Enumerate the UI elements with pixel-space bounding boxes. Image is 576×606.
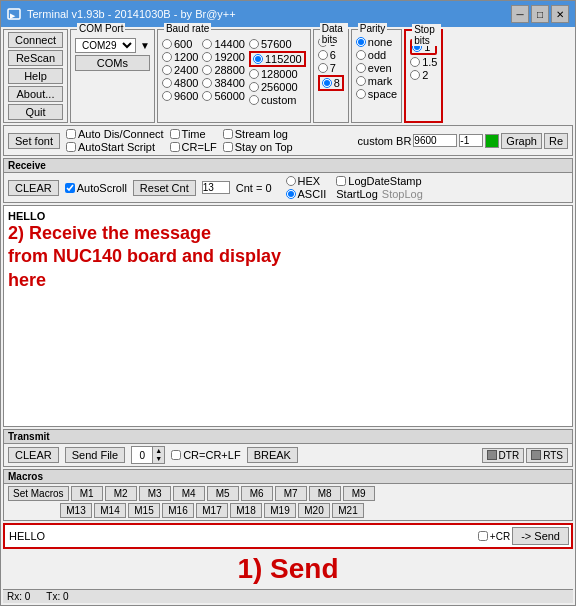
send-button[interactable]: -> Send	[512, 527, 569, 545]
spin-down-button[interactable]: ▼	[152, 455, 164, 463]
macro-m21-button[interactable]: M21	[332, 503, 364, 518]
baud-1200-radio[interactable]	[162, 52, 172, 62]
macro-m3-button[interactable]: M3	[139, 486, 171, 501]
plus-cr-area: +CR	[478, 531, 510, 542]
set-font-button[interactable]: Set font	[8, 133, 60, 149]
baud-56000-radio[interactable]	[202, 91, 212, 101]
send-file-button[interactable]: Send File	[65, 447, 125, 463]
break-button[interactable]: BREAK	[247, 447, 298, 463]
macro-m5-button[interactable]: M5	[207, 486, 239, 501]
baud-256000-radio[interactable]	[249, 82, 259, 92]
macro-m8-button[interactable]: M8	[309, 486, 341, 501]
macro-m2-button[interactable]: M2	[105, 486, 137, 501]
auto-dis-connect-check[interactable]	[66, 129, 76, 139]
cr-lf-check[interactable]	[170, 142, 180, 152]
baud-115200-radio[interactable]	[253, 54, 263, 64]
databits-6-radio[interactable]	[318, 50, 328, 60]
baud-57600-radio[interactable]	[249, 39, 259, 49]
hex-label: HEX	[298, 175, 321, 187]
start-log-label: StartLog	[336, 188, 378, 200]
close-button[interactable]: ✕	[551, 5, 569, 23]
about-button[interactable]: About...	[8, 86, 63, 102]
autostart-script-check[interactable]	[66, 142, 76, 152]
macro-m15-button[interactable]: M15	[128, 503, 160, 518]
re-button[interactable]: Re	[544, 133, 568, 149]
spin-up-button[interactable]: ▲	[152, 447, 164, 455]
macro-m9-button[interactable]: M9	[343, 486, 375, 501]
parity-odd-radio[interactable]	[356, 50, 366, 60]
send-text-input[interactable]	[7, 529, 476, 543]
macro-m18-button[interactable]: M18	[230, 503, 262, 518]
baud-col-2: 14400 19200 28800 38400 56000	[202, 38, 245, 106]
baud-4800-radio[interactable]	[162, 78, 172, 88]
maximize-button[interactable]: □	[531, 5, 549, 23]
custombr-input[interactable]	[413, 134, 457, 147]
parity-space-radio[interactable]	[356, 89, 366, 99]
autostart-script-label: AutoStart Script	[78, 141, 155, 153]
databits-7-radio[interactable]	[318, 63, 328, 73]
stay-on-top-check[interactable]	[223, 142, 233, 152]
macro-m16-button[interactable]: M16	[162, 503, 194, 518]
window-title: Terminal v1.93b - 20141030B - by Br@y++	[27, 8, 236, 20]
macros-row-1: Set Macros M1 M2 M3 M4 M5 M6 M7 M8 M9	[8, 486, 568, 501]
baud-128000-radio[interactable]	[249, 69, 259, 79]
com-port-select[interactable]: COM29	[75, 38, 136, 53]
time-check[interactable]	[170, 129, 180, 139]
graph-button[interactable]: Graph	[501, 133, 542, 149]
parity-even-radio[interactable]	[356, 63, 366, 73]
databits-8-radio[interactable]	[322, 78, 332, 88]
custombr-area: custom BR Graph Re	[358, 133, 568, 149]
minimize-button[interactable]: ─	[511, 5, 529, 23]
receive-clear-button[interactable]: CLEAR	[8, 180, 59, 196]
quit-button[interactable]: Quit	[8, 104, 63, 120]
macro-m20-button[interactable]: M20	[298, 503, 330, 518]
rts-label: RTS	[543, 450, 563, 461]
stopbits-15-radio[interactable]	[410, 57, 420, 67]
rxclear-input[interactable]	[459, 134, 483, 147]
cnt-input[interactable]	[202, 181, 230, 194]
tx-status: Tx: 0	[46, 591, 68, 602]
dtr-button[interactable]: DTR	[482, 448, 525, 463]
stopbits-2-radio[interactable]	[410, 70, 420, 80]
ascii-radio[interactable]	[286, 189, 296, 199]
plus-cr-check[interactable]	[478, 531, 488, 541]
macro-m19-button[interactable]: M19	[264, 503, 296, 518]
baud-600-label: 600	[174, 38, 192, 50]
transmit-clear-button[interactable]: CLEAR	[8, 447, 59, 463]
baud-2400-radio[interactable]	[162, 65, 172, 75]
baud-600-radio[interactable]	[162, 39, 172, 49]
parity-none-radio[interactable]	[356, 37, 366, 47]
baud-38400-radio[interactable]	[202, 78, 212, 88]
macro-m1-button[interactable]: M1	[71, 486, 103, 501]
baud-19200-radio[interactable]	[202, 52, 212, 62]
macro-m14-button[interactable]: M14	[94, 503, 126, 518]
connect-button[interactable]: Connect	[8, 32, 63, 48]
baud-custom-label: custom	[261, 94, 296, 106]
baud-28800-radio[interactable]	[202, 65, 212, 75]
macro-m17-button[interactable]: M17	[196, 503, 228, 518]
baud-custom-radio[interactable]	[249, 95, 259, 105]
set-macros-button[interactable]: Set Macros	[8, 486, 69, 501]
macro-m13-button[interactable]: M13	[60, 503, 92, 518]
parity-mark-radio[interactable]	[356, 76, 366, 86]
autoscroll-check[interactable]	[65, 183, 75, 193]
cr-cr-lf-check[interactable]	[171, 450, 181, 460]
coms-button[interactable]: COMs	[75, 55, 150, 71]
stopbits-2-label: 2	[422, 69, 428, 81]
baud-14400-radio[interactable]	[202, 39, 212, 49]
macro-m4-button[interactable]: M4	[173, 486, 205, 501]
stream-log-check[interactable]	[223, 129, 233, 139]
rescan-button[interactable]: ReScan	[8, 50, 63, 66]
receive-hello: HELLO	[8, 210, 568, 222]
cr-lf-label: CR=LF	[182, 141, 217, 153]
log-date-stamp-check[interactable]	[336, 176, 346, 186]
dtr-label: DTR	[499, 450, 520, 461]
transmit-header: Transmit	[4, 430, 572, 444]
help-button[interactable]: Help	[8, 68, 63, 84]
baud-9600-radio[interactable]	[162, 91, 172, 101]
rts-button[interactable]: RTS	[526, 448, 568, 463]
hex-radio[interactable]	[286, 176, 296, 186]
macro-m6-button[interactable]: M6	[241, 486, 273, 501]
macro-m7-button[interactable]: M7	[275, 486, 307, 501]
reset-cnt-button[interactable]: Reset Cnt	[133, 180, 196, 196]
